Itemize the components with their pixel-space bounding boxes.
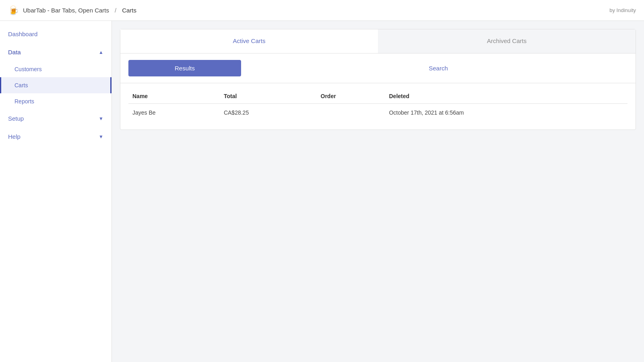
carts-table: Name Total Order Deleted Jayes Be CA$28.… — [128, 87, 627, 121]
sidebar: Dashboard Data ▲ Customers Carts Reports… — [0, 21, 112, 362]
sidebar-setup-label: Setup — [8, 115, 24, 122]
content-card: Active Carts Archived Carts Results Sear… — [120, 29, 636, 130]
sidebar-data-arrow: ▲ — [99, 49, 103, 55]
breadcrumb-separator: / — [115, 7, 116, 14]
main-content: Active Carts Archived Carts Results Sear… — [112, 21, 644, 362]
col-header-deleted: Deleted — [385, 87, 627, 104]
header-left: 🍺 UbarTab - Bar Tabs, Open Carts / Carts — [8, 5, 136, 16]
sidebar-reports-label: Reports — [14, 98, 34, 105]
sidebar-item-data[interactable]: Data ▲ — [0, 43, 111, 61]
table-container: Name Total Order Deleted Jayes Be CA$28.… — [120, 83, 636, 130]
sidebar-item-dashboard[interactable]: Dashboard — [0, 25, 111, 43]
tabs-bar: Active Carts Archived Carts — [120, 29, 636, 53]
sidebar-item-reports[interactable]: Reports — [0, 93, 111, 109]
results-button[interactable]: Results — [128, 60, 241, 76]
sidebar-item-carts[interactable]: Carts — [0, 77, 111, 93]
sidebar-carts-label: Carts — [14, 82, 28, 88]
sidebar-customers-label: Customers — [14, 66, 42, 72]
app-icon: 🍺 — [8, 5, 19, 16]
cell-total: CA$28.25 — [220, 104, 317, 122]
breadcrumb-current: Carts — [122, 7, 136, 14]
cell-order — [317, 104, 385, 122]
col-header-name: Name — [128, 87, 220, 104]
app-name: UbarTab - Bar Tabs, Open Carts — [23, 7, 109, 14]
tab-archived-carts[interactable]: Archived Carts — [378, 29, 636, 53]
sidebar-help-arrow: ▼ — [99, 134, 103, 140]
main-layout: Dashboard Data ▲ Customers Carts Reports… — [0, 21, 644, 362]
sidebar-item-customers[interactable]: Customers — [0, 61, 111, 77]
sidebar-help-label: Help — [8, 133, 21, 140]
sidebar-active-indicator — [110, 77, 111, 93]
col-header-total: Total — [220, 87, 317, 104]
col-header-order: Order — [317, 87, 385, 104]
tab-active-carts-label: Active Carts — [233, 37, 266, 44]
app-header: 🍺 UbarTab - Bar Tabs, Open Carts / Carts… — [0, 0, 644, 21]
tab-archived-carts-label: Archived Carts — [487, 37, 526, 44]
search-link[interactable]: Search — [249, 65, 627, 72]
sidebar-setup-arrow: ▼ — [99, 116, 103, 121]
table-header-row: Name Total Order Deleted — [128, 87, 627, 104]
sidebar-data-label: Data — [8, 49, 21, 56]
cell-name: Jayes Be — [128, 104, 220, 122]
sidebar-dashboard-label: Dashboard — [8, 31, 37, 37]
header-by-label: by Indinuity — [609, 7, 636, 13]
table-row[interactable]: Jayes Be CA$28.25 October 17th, 2021 at … — [128, 104, 627, 122]
sidebar-item-setup[interactable]: Setup ▼ — [0, 109, 111, 128]
action-bar: Results Search — [120, 53, 636, 83]
cell-deleted: October 17th, 2021 at 6:56am — [385, 104, 627, 122]
tab-active-carts[interactable]: Active Carts — [120, 29, 378, 53]
sidebar-item-help[interactable]: Help ▼ — [0, 128, 111, 146]
